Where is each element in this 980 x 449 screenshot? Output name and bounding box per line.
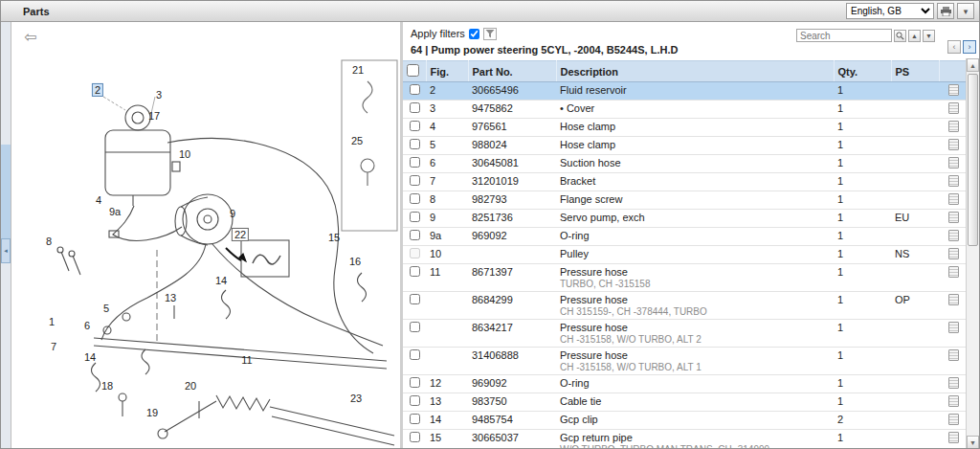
part-notes-icon[interactable] (948, 84, 959, 96)
filter-button[interactable] (483, 28, 497, 40)
row-part-number[interactable]: 31201019 (468, 173, 556, 191)
row-checkbox[interactable] (410, 230, 420, 240)
row-part-number[interactable]: 969092 (468, 375, 556, 393)
topbar-dropdown-button[interactable]: ▾ (957, 3, 974, 19)
part-notes-icon[interactable] (948, 102, 959, 114)
select-all-checkbox[interactable] (407, 64, 419, 77)
previous-page-button[interactable]: ‹ (947, 40, 961, 54)
row-checkbox[interactable] (410, 294, 420, 304)
part-notes-icon[interactable] (948, 294, 959, 305)
row-part-number[interactable]: 8251736 (468, 210, 556, 228)
table-row[interactable]: 13983750Cable tie1 (403, 393, 968, 412)
part-notes-icon[interactable] (948, 212, 959, 223)
row-part-number[interactable]: 30665496 (468, 82, 556, 101)
diagram-callout[interactable]: 13 (163, 292, 178, 303)
diagram-callout[interactable]: 20 (183, 380, 198, 392)
part-notes-icon[interactable] (948, 266, 959, 278)
diagram-callout[interactable]: 17 (146, 110, 162, 122)
diagram-callout[interactable]: 22 (232, 228, 249, 241)
scroll-up-arrow[interactable]: ▲ (967, 58, 979, 72)
table-row[interactable]: 31406888Pressure hoseCH -315158, W/O TUR… (403, 348, 968, 375)
column-header-ps[interactable]: PS (891, 61, 939, 82)
search-input[interactable] (796, 29, 892, 42)
row-checkbox[interactable] (410, 414, 420, 424)
part-notes-icon[interactable] (948, 193, 959, 205)
row-part-number[interactable]: 988024 (468, 137, 556, 155)
table-row[interactable]: 8634217Pressure hoseCH -315158, W/O TURB… (403, 320, 968, 348)
row-checkbox[interactable] (410, 349, 420, 360)
row-checkbox[interactable] (410, 121, 420, 131)
scrollbar-thumb[interactable] (968, 74, 978, 246)
column-header-qty[interactable]: Qty. (834, 61, 891, 82)
diagram-callout[interactable]: 14 (213, 275, 229, 286)
part-notes-icon[interactable] (948, 157, 959, 168)
part-notes-icon[interactable] (948, 377, 959, 389)
row-part-number[interactable]: 969092 (468, 228, 556, 246)
diagram-callout[interactable]: 18 (100, 380, 115, 392)
row-part-number[interactable]: 30665037 (468, 430, 556, 449)
row-part-number[interactable]: 983750 (468, 393, 556, 412)
row-checkbox[interactable] (410, 84, 420, 95)
diagram-callout[interactable]: 2 (92, 83, 103, 97)
diagram-callout[interactable]: 19 (145, 407, 160, 418)
vertical-scrollbar[interactable]: ▲ ▼ (966, 58, 979, 449)
column-header-fig[interactable]: Fig. (426, 61, 468, 82)
part-notes-icon[interactable] (948, 322, 959, 333)
diagram-callout[interactable]: 5 (101, 303, 111, 314)
row-part-number[interactable]: 8671397 (468, 264, 556, 292)
find-next-button[interactable]: ▼ (923, 30, 935, 42)
diagram-callout[interactable]: 4 (94, 194, 103, 206)
table-row[interactable]: 4976561Hose clamp1 (403, 119, 968, 137)
diagram-callout[interactable]: 25 (349, 135, 365, 146)
row-checkbox[interactable] (410, 432, 420, 442)
scroll-down-arrow[interactable]: ▼ (967, 436, 979, 449)
row-part-number[interactable]: 982793 (468, 191, 556, 210)
diagram-callout[interactable]: 1 (47, 316, 56, 327)
row-checkbox[interactable] (410, 266, 420, 277)
diagram-callout[interactable]: 3 (154, 89, 164, 101)
apply-filters-checkbox[interactable] (469, 29, 479, 39)
diagram-callout[interactable]: 21 (350, 64, 366, 76)
part-notes-icon[interactable] (948, 432, 959, 443)
collapse-panel-tab[interactable]: ◂ (1, 238, 11, 263)
part-notes-icon[interactable] (948, 230, 959, 241)
diagram-callout[interactable]: 11 (239, 354, 254, 366)
row-part-number[interactable]: 976561 (468, 119, 556, 137)
table-row[interactable]: 1530665037Gcp return pipeW/O TURBO, TURB… (403, 430, 968, 449)
row-part-number[interactable]: 9475862 (468, 101, 556, 119)
diagram-callout[interactable]: 7 (49, 341, 58, 352)
table-row[interactable]: 8982793Flange screw1 (403, 191, 968, 210)
row-checkbox[interactable] (410, 395, 420, 406)
find-previous-button[interactable]: ▲ (908, 30, 921, 42)
row-part-number[interactable]: 30645081 (468, 155, 556, 173)
diagram-callout[interactable]: 9 (228, 208, 237, 219)
table-row[interactable]: 9a969092O-ring1 (403, 228, 968, 246)
row-checkbox[interactable] (410, 102, 420, 113)
part-notes-icon[interactable] (948, 175, 959, 187)
next-page-button[interactable]: › (963, 40, 976, 54)
table-row[interactable]: 98251736Servo pump, exch1EU (403, 210, 968, 228)
diagram-callout[interactable]: 16 (347, 256, 363, 267)
row-checkbox[interactable] (410, 377, 420, 388)
table-row[interactable]: 5988024Hose clamp1 (403, 137, 968, 155)
part-notes-icon[interactable] (948, 139, 959, 150)
diagram-callout[interactable]: 23 (348, 393, 364, 404)
print-button[interactable] (937, 3, 954, 19)
language-select[interactable]: English, GB (846, 3, 934, 19)
table-row[interactable]: 118671397Pressure hoseTURBO, CH -3151581 (403, 264, 968, 292)
part-notes-icon[interactable] (948, 121, 959, 132)
table-row[interactable]: 8684299Pressure hoseCH 315159-, CH -3784… (403, 292, 968, 320)
row-part-number[interactable] (468, 246, 556, 264)
row-part-number[interactable]: 9485754 (468, 412, 556, 430)
row-checkbox[interactable] (410, 212, 420, 222)
row-checkbox[interactable] (410, 248, 420, 258)
part-notes-icon[interactable] (948, 248, 959, 259)
column-header-part[interactable]: Part No. (468, 61, 556, 82)
row-part-number[interactable]: 8634217 (468, 320, 556, 348)
table-row[interactable]: 39475862• Cover1 (403, 101, 968, 119)
row-checkbox[interactable] (410, 322, 420, 332)
row-checkbox[interactable] (410, 157, 420, 168)
row-part-number[interactable]: 31406888 (468, 348, 556, 375)
row-part-number[interactable]: 8684299 (468, 292, 556, 320)
table-row[interactable]: 149485754Gcp clip2 (403, 412, 968, 430)
